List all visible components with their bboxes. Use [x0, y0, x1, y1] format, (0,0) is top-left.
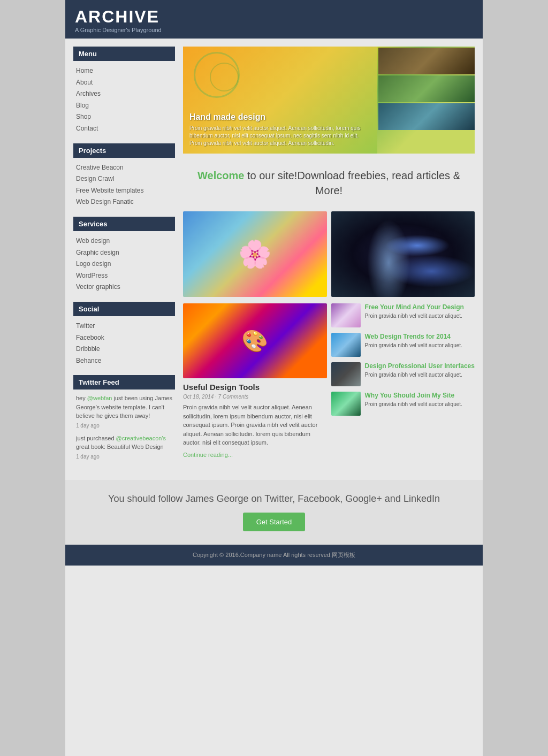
service-item[interactable]: Web design [76, 235, 175, 247]
menu-list: Home About Archives Blog Shop Contact [73, 65, 175, 135]
project-item[interactable]: Web Design Fanatic [76, 196, 175, 208]
social-behance[interactable]: Behance [76, 355, 175, 367]
side-article-content-3: Design Professional User Interfaces Proi… [365, 362, 475, 379]
article-title: Useful Design Tools [183, 383, 327, 392]
sidebar: Menu Home About Archives Blog Shop Conta… [73, 47, 175, 466]
social-list: Twitter Facebook Dribbble Behance [73, 320, 175, 366]
side-article-thumb-3 [331, 362, 361, 386]
project-item[interactable]: Design Crawl [76, 173, 175, 185]
read-more-link[interactable]: Continue reading... [183, 452, 233, 458]
side-article-title-2[interactable]: Web Design Trends for 2014 [365, 333, 462, 340]
menu-item-blog[interactable]: Blog [76, 100, 175, 112]
social-dribbble[interactable]: Dribbble [76, 343, 175, 355]
article-meta: Oct 18, 2014 · 7 Comments [183, 394, 327, 400]
services-section-title: Services [73, 217, 175, 231]
hero-banner: Hand made design Proin gravida nibh vel … [183, 47, 475, 154]
site-title: ARCHIVE [75, 8, 162, 25]
welcome-text: to our site!Download freebies, read arti… [244, 170, 460, 196]
projects-list: Creative Beacon Design Crawl Free Websit… [73, 162, 175, 208]
menu-item-home[interactable]: Home [76, 65, 175, 77]
social-facebook[interactable]: Facebook [76, 332, 175, 344]
side-article-2: Web Design Trends for 2014 Proin gravida… [331, 333, 475, 357]
project-item[interactable]: Creative Beacon [76, 162, 175, 174]
tweet-time: 1 day ago [76, 422, 175, 430]
side-article-1: Free Your Mind And Your Design Proin gra… [331, 303, 475, 327]
main-content: Hand made design Proin gravida nibh vel … [183, 47, 475, 467]
side-article-title-3[interactable]: Design Professional User Interfaces [365, 362, 475, 370]
side-article-text-1: Proin gravida nibh vel velit auctor aliq… [365, 312, 464, 320]
menu-section-title: Menu [73, 47, 175, 61]
side-article-text-2: Proin gravida nibh vel velit auctor aliq… [365, 342, 462, 349]
twitter-feed-title: Twitter Feed [73, 375, 175, 390]
cta-text: You should follow James George on Twitte… [71, 493, 477, 505]
menu-item-contact[interactable]: Contact [76, 123, 175, 135]
project-item[interactable]: Free Website templates [76, 185, 175, 197]
side-article-thumb-4 [331, 392, 361, 416]
site-tagline: A Graphic Designer's Playground [75, 27, 162, 33]
social-twitter[interactable]: Twitter [76, 320, 175, 332]
tweet-time-2: 1 day ago [76, 453, 175, 461]
service-item[interactable]: WordPress [76, 270, 175, 282]
welcome-section: Welcome to our site!Download freebies, r… [183, 160, 475, 206]
service-item[interactable]: Vector graphics [76, 281, 175, 293]
hero-thumb-4 [378, 103, 475, 130]
article-body: Proin gravida nibh vel velit auctor aliq… [183, 403, 327, 447]
tweet-1: hey @webfan just been using James George… [76, 394, 175, 430]
main-article: Useful Design Tools Oct 18, 2014 · 7 Com… [183, 303, 327, 459]
side-article-content-1: Free Your Mind And Your Design Proin gra… [365, 303, 464, 320]
service-item[interactable]: Logo design [76, 258, 175, 270]
tweet-mention-2[interactable]: @creativebeacon's [116, 435, 166, 441]
side-article-text-4: Proin gravida nibh vel velit auctor aliq… [365, 401, 462, 408]
menu-nav: Home About Archives Blog Shop Contact Pr… [73, 65, 175, 461]
menu-item-about[interactable]: About [76, 77, 175, 89]
hero-title: Hand made design [189, 112, 371, 122]
side-article-thumb-1 [331, 303, 361, 327]
hero-main: Hand made design Proin gravida nibh vel … [183, 47, 377, 154]
side-article-3: Design Professional User Interfaces Proi… [331, 362, 475, 386]
hero-thumb-2 [378, 48, 475, 74]
image-abstract[interactable] [331, 211, 475, 297]
projects-section-title: Projects [73, 143, 175, 158]
site-header: ARCHIVE A Graphic Designer's Playground [65, 0, 483, 39]
image-grid [183, 211, 475, 297]
tweet-mention[interactable]: @webfan [87, 395, 112, 401]
side-article-title-4[interactable]: Why You Should Join My Site [365, 392, 462, 399]
side-article-thumb-2 [331, 333, 361, 357]
article-image [183, 303, 327, 378]
service-item[interactable]: Graphic design [76, 247, 175, 259]
menu-item-shop[interactable]: Shop [76, 111, 175, 123]
article-section: Useful Design Tools Oct 18, 2014 · 7 Com… [183, 303, 475, 459]
footer-text: Copyright © 2016.Company name All rights… [193, 552, 355, 558]
tweet-2: just purchased @creativebeacon's great b… [76, 434, 175, 461]
twitter-feed-content: hey @webfan just been using James George… [73, 394, 175, 461]
menu-item-archives[interactable]: Archives [76, 88, 175, 100]
services-list: Web design Graphic design Logo design Wo… [73, 235, 175, 293]
cta-section: You should follow James George on Twitte… [65, 480, 483, 545]
hero-description: Proin gravida nibh vel velit auctor aliq… [189, 125, 371, 147]
side-article-text-3: Proin gravida nibh vel velit auctor aliq… [365, 371, 475, 379]
side-article-4: Why You Should Join My Site Proin gravid… [331, 392, 475, 416]
social-section-title: Social [73, 302, 175, 316]
side-article-content-4: Why You Should Join My Site Proin gravid… [365, 392, 462, 408]
welcome-highlight: Welcome [197, 170, 244, 181]
get-started-button[interactable]: Get Started [243, 513, 305, 531]
side-articles: Free Your Mind And Your Design Proin gra… [331, 303, 475, 459]
site-footer: Copyright © 2016.Company name All rights… [65, 545, 483, 566]
side-article-content-2: Web Design Trends for 2014 Proin gravida… [365, 333, 462, 349]
hero-thumb-3 [378, 75, 475, 102]
side-article-title-1[interactable]: Free Your Mind And Your Design [365, 303, 464, 311]
image-flowers[interactable] [183, 211, 327, 297]
